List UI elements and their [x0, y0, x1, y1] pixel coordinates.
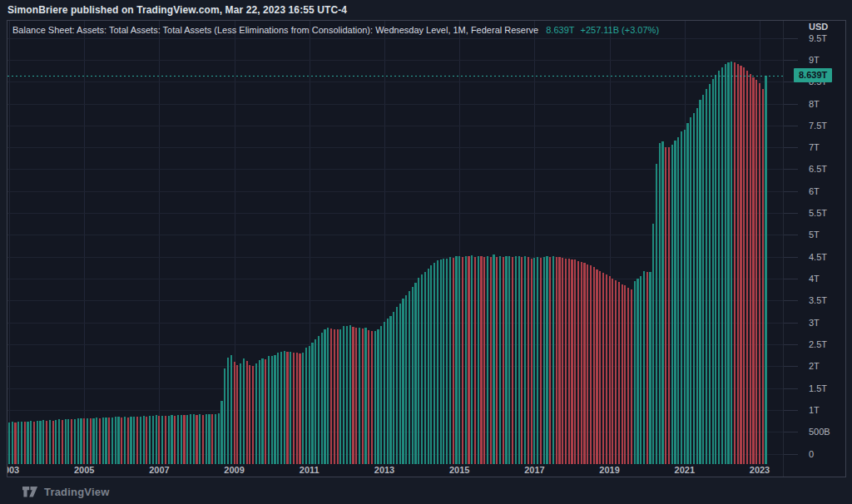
histogram-bar: [220, 401, 222, 464]
histogram-bar: [108, 418, 110, 464]
price-tick-mark: [784, 60, 798, 61]
histogram-bar: [571, 259, 572, 464]
histogram-bar: [528, 257, 529, 464]
histogram-bar: [487, 256, 488, 464]
tradingview-logo-icon: [22, 487, 38, 497]
histogram-bar: [67, 419, 69, 464]
publish-header: SimonBriere published on TradingView.com…: [0, 0, 852, 20]
histogram-bar: [440, 259, 442, 464]
histogram-bar: [462, 257, 463, 464]
histogram-bar: [236, 365, 238, 464]
time-tick-label: 2021: [675, 465, 695, 475]
grid-line-horizontal: [7, 60, 783, 61]
histogram-bar: [255, 363, 257, 464]
price-scale[interactable]: USD 8.639T 9.5T9T8.5T8T7.5T7T6.5T6T5.5T5…: [783, 21, 845, 477]
series-change: +257.11B (+3.07%): [580, 25, 659, 35]
price-tick-mark: [784, 300, 798, 301]
histogram-bar: [227, 358, 229, 464]
histogram-bar: [681, 131, 682, 464]
histogram-bar: [224, 368, 225, 464]
price-tick-mark: [784, 279, 798, 279]
histogram-bar: [587, 264, 588, 464]
histogram-bar: [92, 418, 94, 464]
histogram-bar: [552, 256, 554, 464]
histogram-bar: [133, 417, 135, 464]
histogram-bar: [177, 415, 179, 464]
histogram-bar: [602, 273, 604, 464]
price-tick-mark: [784, 388, 798, 389]
histogram-bar: [421, 274, 423, 464]
histogram-bar: [396, 307, 398, 464]
grid-line-vertical: [84, 21, 85, 464]
histogram-bar: [374, 331, 376, 464]
histogram-bar: [759, 83, 760, 464]
time-scale[interactable]: 2003200520072009201120132015201720192021…: [7, 464, 783, 477]
publish-info-text: SimonBriere published on TradingView.com…: [7, 4, 347, 16]
histogram-bar: [290, 352, 291, 464]
histogram-bar: [30, 421, 32, 464]
histogram-bar: [206, 414, 207, 464]
histogram-bar: [152, 416, 154, 464]
histogram-bar: [62, 420, 63, 464]
current-price-line: [7, 76, 783, 77]
histogram-bar: [193, 414, 195, 464]
time-tick-label: 2005: [74, 465, 94, 475]
tradingview-link[interactable]: TradingView: [22, 486, 110, 498]
price-tick-label: 4.5T: [809, 251, 827, 263]
histogram-bar: [249, 365, 250, 464]
price-tick-label: 1T: [809, 404, 820, 416]
histogram-bar: [755, 80, 757, 464]
histogram-bar: [299, 353, 300, 464]
histogram-bar: [731, 62, 732, 464]
histogram-bar: [533, 258, 535, 464]
series-legend[interactable]: Balance Sheet: Assets: Total Assets: Tot…: [12, 25, 659, 35]
last-price-badge: 8.639T: [794, 68, 832, 82]
histogram-bar: [465, 256, 467, 464]
brand-text: TradingView: [44, 486, 110, 498]
histogram-bar: [674, 141, 676, 464]
price-tick-mark: [784, 126, 798, 126]
histogram-bar: [437, 260, 438, 464]
footer-bar: TradingView: [0, 479, 852, 504]
histogram-bar: [321, 333, 323, 464]
time-tick-label: 2013: [374, 465, 394, 475]
histogram-bar: [99, 418, 101, 464]
histogram-bar: [765, 76, 766, 464]
histogram-bar: [349, 325, 351, 464]
histogram-bar: [183, 415, 185, 464]
price-tick-mark: [784, 104, 798, 105]
histogram-bar: [8, 422, 10, 464]
histogram-bar: [696, 108, 698, 464]
histogram-bar: [546, 256, 547, 464]
histogram-bar: [402, 299, 404, 464]
histogram-bar: [715, 75, 716, 464]
histogram-bar: [318, 336, 320, 464]
histogram-bar: [690, 117, 691, 464]
histogram-bar: [359, 328, 360, 464]
histogram-bar: [496, 257, 498, 464]
histogram-bar: [493, 254, 494, 464]
histogram-bar: [58, 419, 60, 464]
histogram-bar: [202, 415, 204, 464]
histogram-bar: [665, 147, 666, 464]
histogram-bar: [165, 416, 166, 464]
plot-area[interactable]: Balance Sheet: Assets: Total Assets: Tot…: [7, 21, 783, 464]
histogram-bar: [14, 422, 16, 464]
histogram-bar: [339, 329, 341, 464]
histogram-bar: [268, 356, 270, 464]
histogram-bar: [309, 346, 310, 464]
histogram-bar: [443, 259, 444, 464]
histogram-bar: [412, 287, 414, 464]
histogram-bar: [265, 359, 266, 464]
histogram-bar: [284, 351, 285, 464]
histogram-bar: [596, 269, 597, 464]
histogram-bar: [171, 415, 172, 464]
histogram-bar: [574, 259, 576, 464]
histogram-bar: [71, 419, 72, 464]
histogram-bar: [362, 329, 364, 464]
histogram-bar: [483, 257, 485, 464]
histogram-bar: [280, 352, 282, 464]
histogram-bar: [377, 329, 379, 464]
histogram-bar: [727, 62, 729, 464]
histogram-bar: [196, 415, 197, 464]
